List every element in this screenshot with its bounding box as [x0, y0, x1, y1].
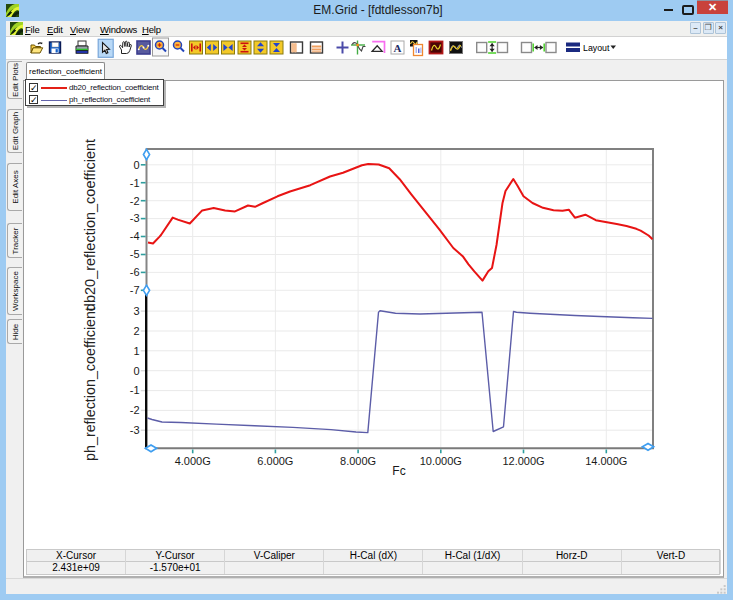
svg-text:2: 2 — [133, 325, 139, 337]
svg-text:0: 0 — [133, 159, 139, 171]
svg-text:-2: -2 — [130, 404, 140, 416]
svg-text:-6: -6 — [130, 266, 140, 278]
svg-text:6.000G: 6.000G — [257, 455, 293, 467]
svg-text:-5: -5 — [130, 248, 140, 260]
svg-text:-3: -3 — [130, 212, 140, 224]
svg-text:ph_reflection_coefficient: ph_reflection_coefficient — [82, 307, 98, 461]
svg-text:db20_reflection_coefficient: db20_reflection_coefficient — [82, 139, 98, 311]
svg-text:-1: -1 — [130, 177, 140, 189]
svg-text:-4: -4 — [130, 230, 140, 242]
svg-text:12.000G: 12.000G — [502, 455, 544, 467]
svg-text:0: 0 — [133, 365, 139, 377]
svg-text:8.000G: 8.000G — [340, 455, 376, 467]
svg-text:4.000G: 4.000G — [175, 455, 211, 467]
svg-text:-3: -3 — [130, 424, 140, 436]
svg-text:1: 1 — [133, 345, 139, 357]
svg-text:14.000G: 14.000G — [585, 455, 627, 467]
svg-text:-1: -1 — [130, 384, 140, 396]
svg-text:Fc: Fc — [392, 464, 405, 478]
svg-text:10.000G: 10.000G — [420, 455, 462, 467]
svg-text:-2: -2 — [130, 195, 140, 207]
svg-text:-7: -7 — [130, 284, 140, 296]
svg-text:3: 3 — [133, 305, 139, 317]
